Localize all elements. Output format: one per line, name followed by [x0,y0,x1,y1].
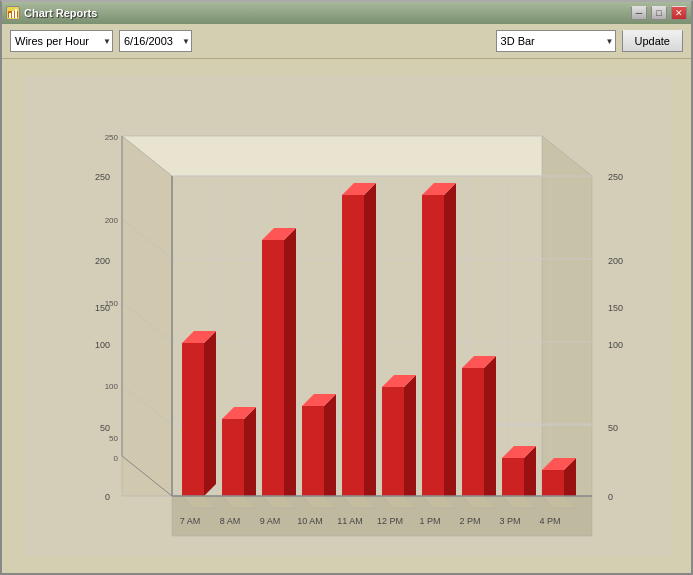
bar-3pm [502,446,536,496]
update-button[interactable]: Update [622,30,683,52]
y-right-200: 200 [608,256,623,266]
maximize-button[interactable]: □ [651,6,667,20]
x-label-12pm: 12 PM [376,516,402,526]
x-label-1pm: 1 PM [419,516,440,526]
x-label-3pm: 3 PM [499,516,520,526]
chart-type-select[interactable]: Wires per HourWires per DayWires per Wee… [10,30,113,52]
svg-marker-46 [444,183,456,496]
window-title: Chart Reports [24,7,627,19]
left-label-150: 150 [104,299,118,308]
chart-area: 7 AM 8 AM 9 AM 10 AM 11 AM 12 PM 1 PM 2 … [2,59,691,573]
window-icon [6,6,20,20]
left-label-50: 50 [109,434,118,443]
svg-marker-5 [122,136,592,176]
date-wrapper: 6/16/20036/17/20036/18/2003 ▼ [119,30,192,52]
svg-marker-8 [542,136,592,496]
svg-rect-1 [9,13,11,18]
left-label-250: 250 [104,133,118,142]
svg-rect-3 [15,9,17,18]
y-label-0: 0 [104,492,109,502]
svg-rect-42 [382,387,404,496]
x-label-7am: 7 AM [179,516,200,526]
bar-11am [342,183,376,496]
x-label-11am: 11 AM [337,516,363,526]
svg-rect-2 [12,11,14,18]
y-right-150: 150 [608,303,623,313]
svg-marker-49 [484,356,496,496]
svg-rect-30 [222,419,244,496]
svg-rect-51 [502,458,524,496]
chart-container: 7 AM 8 AM 9 AM 10 AM 11 AM 12 PM 1 PM 2 … [22,76,672,556]
left-label-200: 200 [104,216,118,225]
svg-rect-33 [262,240,284,496]
svg-rect-54 [542,470,564,496]
bar-12pm [382,375,416,496]
x-label-8am: 8 AM [219,516,240,526]
bar-8am [222,407,256,496]
svg-marker-34 [284,228,296,496]
svg-marker-6 [122,136,172,496]
svg-rect-48 [462,368,484,496]
svg-rect-45 [422,195,444,496]
x-label-10am: 10 AM [297,516,323,526]
y-label-250: 250 [94,172,109,182]
svg-marker-31 [244,407,256,496]
bar-chart: 7 AM 8 AM 9 AM 10 AM 11 AM 12 PM 1 PM 2 … [22,76,672,556]
svg-marker-28 [204,331,216,496]
style-wrapper: 3D Bar2D BarLinePie ▼ [496,30,616,52]
bar-2pm [462,356,496,496]
svg-rect-39 [342,195,364,496]
bar-1pm [422,183,456,496]
bar-10am [302,394,336,496]
svg-marker-43 [404,375,416,496]
y-label-50: 50 [99,423,109,433]
svg-rect-36 [302,406,324,496]
minimize-button[interactable]: ─ [631,6,647,20]
svg-marker-40 [364,183,376,496]
close-button[interactable]: ✕ [671,6,687,20]
bar-7am [182,331,216,496]
title-bar: Chart Reports ─ □ ✕ [2,2,691,24]
chart-type-wrapper: Wires per HourWires per DayWires per Wee… [10,30,113,52]
x-label-9am: 9 AM [259,516,280,526]
style-select[interactable]: 3D Bar2D BarLinePie [496,30,616,52]
main-window: Chart Reports ─ □ ✕ Wires per HourWires … [0,0,693,575]
x-label-4pm: 4 PM [539,516,560,526]
date-select[interactable]: 6/16/20036/17/20036/18/2003 [119,30,192,52]
y-right-100: 100 [608,340,623,350]
y-right-0: 0 [608,492,613,502]
left-label-0: 0 [113,454,118,463]
x-label-2pm: 2 PM [459,516,480,526]
toolbar: Wires per HourWires per DayWires per Wee… [2,24,691,59]
y-label-200: 200 [94,256,109,266]
bar-9am [262,228,296,496]
svg-marker-37 [324,394,336,496]
left-label-100: 100 [104,382,118,391]
y-right-50: 50 [608,423,618,433]
y-label-100: 100 [94,340,109,350]
y-right-250: 250 [608,172,623,182]
svg-rect-27 [182,343,204,496]
